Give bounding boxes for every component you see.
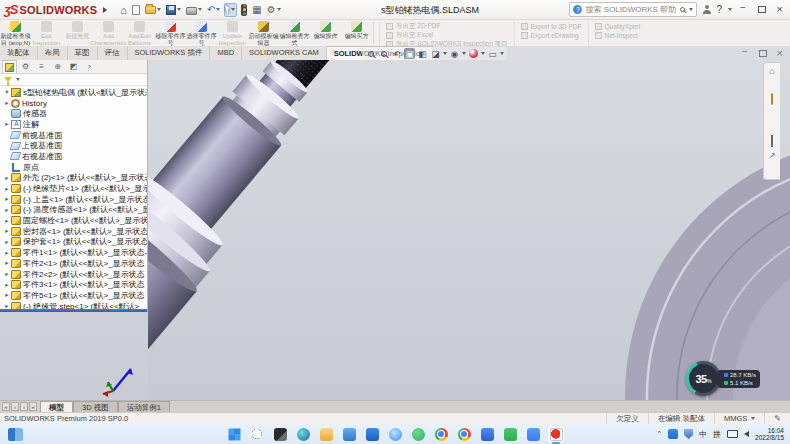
tree-item-sealer[interactable]: ▸ 密封器<1> (默认<<默认>_显示状态 <box>0 226 147 237</box>
tab-sketch[interactable]: 草图 <box>68 46 98 60</box>
selection-filter-button[interactable] <box>240 3 248 17</box>
units-selector[interactable]: MMGS <box>714 413 764 424</box>
tree-item-part2-2[interactable]: ▸ 零件2<2> (默认<<默认>_显示状态 <box>0 269 147 280</box>
tree-item-fixing-bolt[interactable]: ▸ 固定螺栓<1> (默认<<默认>_显示状 <box>0 215 147 226</box>
search-dropdown-arrow-icon[interactable] <box>689 8 693 11</box>
solidworks-logo[interactable]: ʒS SOLIDWORKS <box>4 2 107 17</box>
tab-mbd[interactable]: MBD <box>210 46 242 60</box>
new-view-button[interactable]: 新建检视 <box>62 20 93 46</box>
tree-item-protective-sleeve[interactable]: ▸ 保护套<1> (默认<<默认>_显示状态 <box>0 237 147 248</box>
design-library-icon[interactable] <box>767 94 778 105</box>
tab-layout[interactable]: 布局 <box>38 46 68 60</box>
tree-item-origin[interactable]: 原点 <box>0 162 147 173</box>
appearances-scenes-icon[interactable] <box>767 122 778 133</box>
tab-evaluate[interactable]: 评估 <box>98 46 128 60</box>
edit-appearance-button[interactable] <box>468 48 479 59</box>
panel-expand-chevron-icon[interactable]: › <box>82 60 97 73</box>
3d-content-central-icon[interactable] <box>767 80 778 91</box>
display-cast-icon[interactable] <box>727 430 738 438</box>
help-dropdown-arrow-icon[interactable] <box>728 8 732 11</box>
forum-share-icon[interactable]: ↗ <box>767 150 778 161</box>
featuremanager-tree-tab[interactable] <box>2 60 17 73</box>
tree-item-annotations[interactable]: ▸ 注解 <box>0 119 147 130</box>
tray-app-icon[interactable] <box>668 429 678 439</box>
tree-item-top-cover[interactable]: ▸ (-) 上盖<1> (默认<<默认>_显示状态 <box>0 194 147 205</box>
expand-caret[interactable]: ▸ <box>3 249 11 257</box>
new-inspection-project-button[interactable]: 新建检查项目 (amp;N) <box>0 20 31 46</box>
tree-item-temp-sensor[interactable]: ▸ (-) 温度传感器<1> (默认<<默认>_显 <box>0 205 147 216</box>
expand-caret[interactable]: ▸ <box>3 259 11 267</box>
viewport-lower-left[interactable] <box>0 312 148 400</box>
clock[interactable]: 16:04 2022/8/15 <box>755 427 784 442</box>
dropdown-arrow-icon[interactable] <box>157 8 161 11</box>
dropdown-arrow-icon[interactable] <box>177 8 181 11</box>
display-grid-button[interactable]: ▦ <box>251 3 262 17</box>
update-inspection-project-button[interactable]: Update Inspection Project <box>217 20 248 46</box>
launch-template-editor-button[interactable]: 启动模板编辑器 <box>248 20 279 46</box>
file-explorer-icon[interactable] <box>317 425 335 443</box>
select-tool-button[interactable] <box>224 3 237 17</box>
remove-balloons-button[interactable]: 移除零件序号 <box>155 20 186 46</box>
tree-item-part5[interactable]: ▸ 零件5<1> (默认<<默认>_显示状态 <box>0 290 147 301</box>
expand-caret[interactable]: ▸ <box>3 270 11 278</box>
expand-caret[interactable]: ▸ <box>3 291 11 299</box>
dimxpertmanager-tab[interactable]: ⊕ <box>50 60 65 73</box>
window-restore-button[interactable] <box>755 4 768 15</box>
options-button[interactable]: ⚙ <box>266 3 282 17</box>
home-tab-icon[interactable]: ⌂ <box>767 66 778 77</box>
login-account-icon[interactable] <box>702 5 711 14</box>
export-2d-pdf-item[interactable]: 导出至 2D PDF <box>386 22 508 30</box>
dropdown-arrow-icon[interactable] <box>198 8 202 11</box>
expand-caret[interactable]: ▸ <box>3 195 11 203</box>
graphics-area[interactable] <box>148 46 790 400</box>
chrome-icon[interactable] <box>455 425 473 443</box>
wechat-icon[interactable] <box>409 425 427 443</box>
print-button[interactable] <box>185 3 203 17</box>
notes-app-icon[interactable] <box>501 425 519 443</box>
tray-overflow-chevron-icon[interactable]: ⌃ <box>656 430 662 438</box>
solidworks-app-icon[interactable] <box>547 425 565 443</box>
tree-item-insulation-gasket[interactable]: ▸ (-) 绝缘垫片<1> (默认<<默认>_显示 <box>0 183 147 194</box>
display-style-button[interactable]: ◪ <box>430 48 441 59</box>
tree-item-part2-1[interactable]: ▸ 零件2<1> (默认<<默认>_显示状态 <box>0 258 147 269</box>
tree-filter-row[interactable] <box>0 74 147 86</box>
microsoft-store-icon[interactable] <box>363 425 381 443</box>
search-button[interactable] <box>248 425 266 443</box>
ime-mode-indicator[interactable]: 拼 <box>713 429 721 440</box>
configurationmanager-tab[interactable]: ≡ <box>34 60 49 73</box>
weather-app-icon[interactable] <box>386 425 404 443</box>
add-edit-balloons-button[interactable]: Add/Edit Balloons <box>124 20 155 46</box>
expand-caret[interactable]: ▸ <box>3 120 11 128</box>
help-search-input[interactable]: ? 搜索 SOLIDWORKS 帮助 <box>569 2 697 17</box>
model-tab-3dviews[interactable]: 3D 视图 <box>73 401 118 412</box>
tab-scroll-buttons[interactable]: «‹›» <box>0 402 40 412</box>
dropdown-arrow-icon[interactable] <box>216 8 220 11</box>
custom-properties-icon[interactable] <box>767 136 778 147</box>
security-shield-icon[interactable] <box>684 429 693 439</box>
previous-view-button[interactable]: ↶ <box>391 48 402 59</box>
document-close-button[interactable] <box>773 48 784 58</box>
net-inspect-item[interactable]: Net-Inspect <box>595 31 641 39</box>
help-menu[interactable]: ? <box>716 4 722 15</box>
filter-dropdown-arrow-icon[interactable] <box>16 78 20 81</box>
tab-addins[interactable]: SOLIDWORKS 插件 <box>128 46 211 60</box>
displaymanager-tab[interactable]: ◩ <box>66 60 81 73</box>
wps-icon[interactable] <box>524 425 542 443</box>
section-view-button[interactable]: ◧ <box>417 48 428 59</box>
tree-root-assembly[interactable]: ▾ s型铂铑热电偶 (默认<默认_显示状态-1 <box>0 87 147 98</box>
dropdown-arrow-icon[interactable] <box>481 52 485 55</box>
mail-icon[interactable] <box>340 425 358 443</box>
zoom-to-area-button[interactable] <box>378 48 389 59</box>
tags-button[interactable]: ✎ <box>764 413 790 424</box>
dropdown-arrow-icon[interactable] <box>277 8 281 11</box>
dropdown-arrow-icon[interactable] <box>443 52 447 55</box>
open-button[interactable] <box>144 3 162 17</box>
tree-item-history[interactable]: ▸ History <box>0 98 147 109</box>
network-speed-overlay[interactable]: 35 % 28.7 KB/s 5.1 KB/s <box>686 361 760 396</box>
tree-item-part3[interactable]: ▸ 零件3<1> (默认<<默认>_显示状态 <box>0 279 147 290</box>
add-characteristic-button[interactable]: Add Characteristic <box>93 20 124 46</box>
edit-customers-button[interactable]: 编辑买方 <box>341 20 372 46</box>
expand-caret[interactable]: ▸ <box>3 185 11 193</box>
dropdown-arrow-icon[interactable] <box>462 52 466 55</box>
dropdown-arrow-icon[interactable] <box>231 8 235 11</box>
